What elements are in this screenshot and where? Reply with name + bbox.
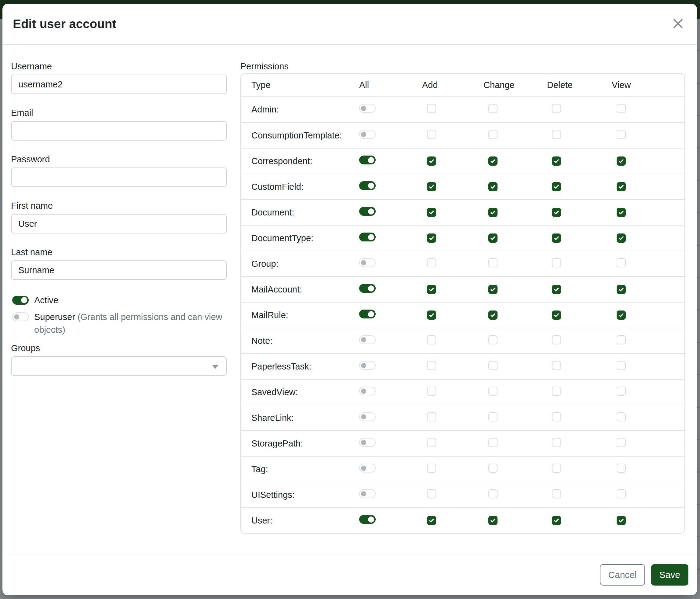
permission-all-toggle[interactable] — [359, 412, 376, 421]
toggle-knob — [368, 311, 374, 317]
permission-change-checkbox[interactable] — [489, 412, 498, 422]
permission-all-toggle[interactable] — [359, 181, 376, 190]
password-label: Password — [11, 154, 227, 164]
permission-add-checkbox[interactable] — [427, 130, 436, 139]
permission-all-toggle[interactable] — [359, 233, 376, 241]
permission-delete-checkbox[interactable] — [552, 157, 561, 166]
permission-add-checkbox[interactable] — [427, 438, 436, 447]
permission-view-checkbox[interactable] — [617, 208, 626, 217]
close-button[interactable] — [671, 17, 685, 31]
permission-delete-checkbox[interactable] — [552, 438, 561, 447]
permission-view-checkbox[interactable] — [617, 258, 626, 267]
permission-all-toggle[interactable] — [359, 515, 376, 524]
permission-view-checkbox[interactable] — [617, 387, 626, 396]
permission-add-checkbox[interactable] — [427, 157, 436, 166]
permission-all-toggle[interactable] — [359, 489, 376, 498]
permission-add-checkbox[interactable] — [427, 489, 436, 499]
permission-all-toggle[interactable] — [359, 284, 376, 293]
permission-all-toggle[interactable] — [359, 310, 376, 318]
modal-footer: Cancel Save — [2, 554, 697, 595]
save-button[interactable]: Save — [651, 564, 689, 585]
cancel-button[interactable]: Cancel — [600, 564, 645, 585]
permission-delete-checkbox[interactable] — [552, 463, 561, 473]
permission-add-checkbox[interactable] — [427, 285, 436, 294]
permission-view-checkbox[interactable] — [617, 361, 626, 370]
permission-add-checkbox[interactable] — [427, 387, 436, 396]
check-icon — [428, 184, 434, 190]
permission-add-checkbox[interactable] — [427, 516, 436, 525]
permission-all-toggle[interactable] — [359, 463, 376, 473]
permission-delete-checkbox[interactable] — [552, 130, 561, 139]
permission-add-checkbox[interactable] — [427, 463, 436, 473]
permission-delete-checkbox[interactable] — [552, 104, 561, 113]
permission-delete-checkbox[interactable] — [552, 285, 561, 294]
active-toggle[interactable] — [12, 296, 29, 305]
permission-delete-checkbox[interactable] — [552, 489, 561, 499]
permission-change-checkbox[interactable] — [489, 361, 498, 370]
permission-all-toggle[interactable] — [359, 258, 376, 267]
permission-add-checkbox[interactable] — [427, 182, 436, 191]
permission-all-toggle[interactable] — [359, 438, 376, 447]
permission-add-checkbox[interactable] — [427, 335, 436, 344]
permission-delete-checkbox[interactable] — [552, 208, 561, 217]
permission-change-checkbox[interactable] — [489, 157, 498, 166]
permission-view-checkbox[interactable] — [617, 412, 626, 422]
permission-view-checkbox[interactable] — [617, 516, 626, 525]
permission-view-checkbox[interactable] — [617, 489, 626, 499]
email-input[interactable] — [11, 121, 227, 141]
permission-all-toggle[interactable] — [359, 155, 376, 164]
permission-add-checkbox[interactable] — [427, 412, 436, 422]
permission-delete-checkbox[interactable] — [552, 234, 561, 243]
permission-add-checkbox[interactable] — [427, 104, 436, 113]
permission-delete-checkbox[interactable] — [552, 311, 561, 320]
permission-change-checkbox[interactable] — [489, 489, 498, 499]
superuser-toggle[interactable] — [12, 312, 29, 321]
permission-view-checkbox[interactable] — [617, 285, 626, 294]
permission-all-toggle[interactable] — [359, 104, 376, 113]
permission-change-checkbox[interactable] — [489, 463, 498, 473]
permission-add-checkbox[interactable] — [427, 234, 436, 243]
permission-view-checkbox[interactable] — [617, 234, 626, 243]
permission-all-toggle[interactable] — [359, 207, 376, 216]
first-name-input[interactable] — [11, 214, 227, 234]
permission-change-checkbox[interactable] — [489, 234, 498, 243]
permission-all-toggle[interactable] — [359, 130, 376, 139]
permission-delete-checkbox[interactable] — [552, 335, 561, 344]
permission-view-checkbox[interactable] — [617, 130, 626, 139]
permission-change-checkbox[interactable] — [489, 104, 498, 113]
permission-change-checkbox[interactable] — [489, 130, 498, 139]
permission-change-checkbox[interactable] — [489, 208, 498, 217]
permission-all-toggle[interactable] — [359, 361, 376, 370]
permission-change-checkbox[interactable] — [489, 311, 498, 320]
permission-delete-checkbox[interactable] — [552, 182, 561, 191]
permission-add-checkbox[interactable] — [427, 208, 436, 217]
permission-view-checkbox[interactable] — [617, 104, 626, 113]
permission-change-checkbox[interactable] — [489, 285, 498, 294]
permission-view-checkbox[interactable] — [617, 438, 626, 447]
permission-change-checkbox[interactable] — [489, 182, 498, 191]
permission-delete-checkbox[interactable] — [552, 412, 561, 422]
permission-change-checkbox[interactable] — [489, 335, 498, 344]
permission-delete-checkbox[interactable] — [552, 361, 561, 370]
permission-change-checkbox[interactable] — [489, 258, 498, 267]
permission-delete-checkbox[interactable] — [552, 258, 561, 267]
username-input[interactable] — [11, 75, 227, 94]
permission-add-checkbox[interactable] — [427, 361, 436, 370]
permission-view-checkbox[interactable] — [617, 463, 626, 473]
groups-select[interactable] — [11, 356, 227, 376]
permission-view-checkbox[interactable] — [617, 157, 626, 166]
permission-all-toggle[interactable] — [359, 335, 376, 344]
permission-view-checkbox[interactable] — [617, 335, 626, 344]
permission-delete-checkbox[interactable] — [552, 516, 561, 525]
permission-all-toggle[interactable] — [359, 387, 376, 396]
permission-change-checkbox[interactable] — [489, 516, 498, 525]
permission-change-checkbox[interactable] — [489, 387, 498, 396]
permission-delete-checkbox[interactable] — [552, 387, 561, 396]
last-name-input[interactable] — [11, 260, 227, 280]
password-input[interactable] — [11, 167, 227, 187]
permission-add-checkbox[interactable] — [427, 311, 436, 320]
permission-view-checkbox[interactable] — [617, 182, 626, 191]
permission-add-checkbox[interactable] — [427, 258, 436, 267]
permission-change-checkbox[interactable] — [489, 438, 498, 447]
permission-view-checkbox[interactable] — [617, 311, 626, 320]
